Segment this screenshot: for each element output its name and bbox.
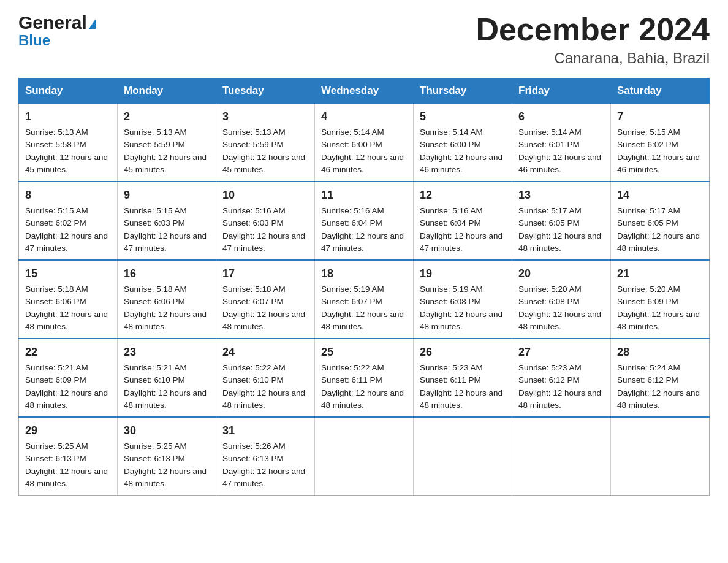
- page-subtitle: Canarana, Bahia, Brazil: [476, 50, 710, 67]
- calendar-day-header: Wednesday: [315, 79, 414, 104]
- daylight-text: Daylight: 12 hours and 48 minutes.: [617, 310, 700, 331]
- calendar-day-header: Friday: [512, 79, 611, 104]
- daylight-text: Daylight: 12 hours and 45 minutes.: [25, 153, 108, 174]
- logo-blue-text: Blue: [18, 32, 50, 49]
- sunrise-text: Sunrise: 5:23 AM: [518, 363, 582, 372]
- daylight-text: Daylight: 12 hours and 48 minutes.: [321, 310, 404, 331]
- daylight-text: Daylight: 12 hours and 48 minutes.: [25, 467, 108, 488]
- daylight-text: Daylight: 12 hours and 48 minutes.: [518, 388, 601, 410]
- daylight-text: Daylight: 12 hours and 48 minutes.: [518, 310, 601, 331]
- calendar-cell: 8 Sunrise: 5:15 AM Sunset: 6:02 PM Dayli…: [19, 182, 118, 260]
- calendar-cell: 26 Sunrise: 5:23 AM Sunset: 6:11 PM Dayl…: [414, 339, 512, 417]
- daylight-text: Daylight: 12 hours and 47 minutes.: [420, 231, 502, 253]
- day-number: 27: [518, 344, 604, 361]
- sunset-text: Sunset: 6:05 PM: [617, 218, 678, 228]
- logo-general-text: General: [18, 12, 96, 33]
- daylight-text: Daylight: 12 hours and 48 minutes.: [25, 310, 108, 331]
- sunrise-text: Sunrise: 5:18 AM: [25, 285, 88, 294]
- calendar-day-header: Saturday: [611, 79, 710, 104]
- sunset-text: Sunset: 6:11 PM: [420, 375, 481, 385]
- sunset-text: Sunset: 6:09 PM: [25, 375, 86, 385]
- title-block: December 2024 Canarana, Bahia, Brazil: [476, 12, 710, 67]
- sunrise-text: Sunrise: 5:14 AM: [321, 128, 384, 137]
- day-number: 11: [321, 187, 407, 204]
- sunrise-text: Sunrise: 5:26 AM: [222, 442, 286, 451]
- calendar-cell: [512, 417, 611, 496]
- calendar-cell: 11 Sunrise: 5:16 AM Sunset: 6:04 PM Dayl…: [315, 182, 414, 260]
- day-number: 12: [420, 187, 506, 204]
- day-number: 9: [124, 187, 210, 204]
- sunset-text: Sunset: 5:59 PM: [222, 140, 284, 149]
- sunrise-text: Sunrise: 5:18 AM: [222, 285, 286, 294]
- sunrise-text: Sunrise: 5:25 AM: [124, 442, 187, 451]
- day-number: 1: [25, 109, 111, 125]
- sunrise-text: Sunrise: 5:18 AM: [124, 285, 187, 294]
- sunset-text: Sunset: 6:04 PM: [321, 218, 382, 228]
- day-number: 7: [617, 109, 703, 125]
- day-number: 17: [222, 266, 308, 282]
- sunrise-text: Sunrise: 5:21 AM: [25, 363, 88, 372]
- day-number: 29: [25, 423, 111, 439]
- calendar-day-header: Thursday: [414, 79, 512, 104]
- daylight-text: Daylight: 12 hours and 46 minutes.: [321, 153, 404, 174]
- calendar-cell: 29 Sunrise: 5:25 AM Sunset: 6:13 PM Dayl…: [19, 417, 118, 496]
- sunset-text: Sunset: 6:05 PM: [518, 218, 580, 228]
- sunset-text: Sunset: 6:12 PM: [617, 375, 678, 385]
- calendar-cell: 12 Sunrise: 5:16 AM Sunset: 6:04 PM Dayl…: [414, 182, 512, 260]
- daylight-text: Daylight: 12 hours and 48 minutes.: [124, 310, 207, 331]
- calendar-cell: 20 Sunrise: 5:20 AM Sunset: 6:08 PM Dayl…: [512, 260, 611, 339]
- daylight-text: Daylight: 12 hours and 48 minutes.: [25, 388, 108, 410]
- sunrise-text: Sunrise: 5:16 AM: [420, 206, 483, 215]
- daylight-text: Daylight: 12 hours and 48 minutes.: [124, 388, 207, 410]
- sunset-text: Sunset: 6:00 PM: [321, 140, 382, 149]
- day-number: 23: [124, 344, 210, 361]
- calendar-cell: 28 Sunrise: 5:24 AM Sunset: 6:12 PM Dayl…: [611, 339, 710, 417]
- sunset-text: Sunset: 6:10 PM: [124, 375, 185, 385]
- calendar-cell: 6 Sunrise: 5:14 AM Sunset: 6:01 PM Dayli…: [512, 104, 611, 182]
- calendar-cell: 4 Sunrise: 5:14 AM Sunset: 6:00 PM Dayli…: [315, 104, 414, 182]
- sunrise-text: Sunrise: 5:16 AM: [222, 206, 286, 215]
- daylight-text: Daylight: 12 hours and 46 minutes.: [518, 153, 601, 174]
- calendar-cell: 17 Sunrise: 5:18 AM Sunset: 6:07 PM Dayl…: [216, 260, 315, 339]
- calendar-cell: 31 Sunrise: 5:26 AM Sunset: 6:13 PM Dayl…: [216, 417, 315, 496]
- sunset-text: Sunset: 6:07 PM: [222, 297, 284, 306]
- logo: General Blue: [18, 12, 96, 49]
- daylight-text: Daylight: 12 hours and 48 minutes.: [518, 231, 601, 253]
- day-number: 26: [420, 344, 506, 361]
- day-number: 5: [420, 109, 506, 125]
- daylight-text: Daylight: 12 hours and 47 minutes.: [25, 231, 108, 253]
- calendar-cell: 16 Sunrise: 5:18 AM Sunset: 6:06 PM Dayl…: [118, 260, 216, 339]
- calendar-cell: 1 Sunrise: 5:13 AM Sunset: 5:58 PM Dayli…: [19, 104, 118, 182]
- day-number: 16: [124, 266, 210, 282]
- sunset-text: Sunset: 6:01 PM: [518, 140, 580, 149]
- sunrise-text: Sunrise: 5:15 AM: [124, 206, 187, 215]
- daylight-text: Daylight: 12 hours and 48 minutes.: [420, 310, 502, 331]
- sunset-text: Sunset: 6:03 PM: [222, 218, 284, 228]
- page-title: December 2024: [476, 12, 710, 47]
- sunrise-text: Sunrise: 5:25 AM: [25, 442, 88, 451]
- sunrise-text: Sunrise: 5:20 AM: [617, 285, 680, 294]
- sunset-text: Sunset: 6:08 PM: [518, 297, 580, 306]
- daylight-text: Daylight: 12 hours and 45 minutes.: [124, 153, 207, 174]
- sunrise-text: Sunrise: 5:15 AM: [25, 206, 88, 215]
- calendar-cell: 9 Sunrise: 5:15 AM Sunset: 6:03 PM Dayli…: [118, 182, 216, 260]
- calendar-cell: 19 Sunrise: 5:19 AM Sunset: 6:08 PM Dayl…: [414, 260, 512, 339]
- calendar-cell: 5 Sunrise: 5:14 AM Sunset: 6:00 PM Dayli…: [414, 104, 512, 182]
- calendar-cell: 3 Sunrise: 5:13 AM Sunset: 5:59 PM Dayli…: [216, 104, 315, 182]
- calendar-cell: 15 Sunrise: 5:18 AM Sunset: 6:06 PM Dayl…: [19, 260, 118, 339]
- calendar-week-row: 29 Sunrise: 5:25 AM Sunset: 6:13 PM Dayl…: [19, 417, 710, 496]
- daylight-text: Daylight: 12 hours and 46 minutes.: [617, 153, 700, 174]
- daylight-text: Daylight: 12 hours and 48 minutes.: [124, 467, 207, 488]
- sunset-text: Sunset: 6:13 PM: [222, 454, 284, 463]
- calendar-cell: 13 Sunrise: 5:17 AM Sunset: 6:05 PM Dayl…: [512, 182, 611, 260]
- calendar-cell: 22 Sunrise: 5:21 AM Sunset: 6:09 PM Dayl…: [19, 339, 118, 417]
- calendar-cell: 30 Sunrise: 5:25 AM Sunset: 6:13 PM Dayl…: [118, 417, 216, 496]
- daylight-text: Daylight: 12 hours and 48 minutes.: [420, 388, 502, 410]
- sunrise-text: Sunrise: 5:21 AM: [124, 363, 187, 372]
- calendar-cell: 25 Sunrise: 5:22 AM Sunset: 6:11 PM Dayl…: [315, 339, 414, 417]
- calendar-header-row: SundayMondayTuesdayWednesdayThursdayFrid…: [19, 79, 710, 104]
- sunrise-text: Sunrise: 5:22 AM: [321, 363, 384, 372]
- daylight-text: Daylight: 12 hours and 47 minutes.: [222, 231, 305, 253]
- day-number: 19: [420, 266, 506, 282]
- sunset-text: Sunset: 6:08 PM: [420, 297, 481, 306]
